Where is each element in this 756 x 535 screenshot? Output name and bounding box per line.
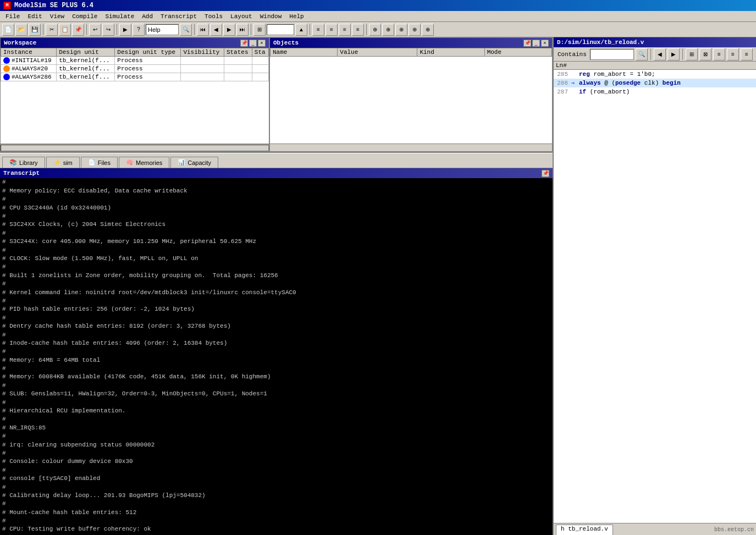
wave-btn4[interactable]: ≡	[352, 24, 364, 36]
right-panel: D:/sim/linux/tb_reload.v Contains 🔍 ◀ ▶ …	[553, 37, 756, 535]
menu-item-file[interactable]: File	[2, 13, 23, 20]
workspace-header-btns: 📌 _ ×	[240, 40, 266, 47]
objects-pin-btn[interactable]: 📌	[523, 40, 531, 47]
transcript-pin-btn[interactable]: 📌	[542, 170, 549, 177]
menu-item-simulate[interactable]: Simulate	[102, 13, 137, 20]
help-btn[interactable]: ?	[133, 24, 145, 36]
save-btn[interactable]: 💾	[29, 24, 41, 36]
objects-header: Objects 📌 _ ×	[270, 38, 552, 48]
misc-btn4[interactable]: ⊕	[409, 24, 421, 36]
menu-item-compile[interactable]: Compile	[69, 13, 101, 20]
ws-cell-sta	[252, 57, 268, 65]
source-search-btn[interactable]: 🔍	[636, 48, 648, 60]
step-back-btn[interactable]: ◀	[210, 24, 222, 36]
source-search-input[interactable]	[590, 49, 634, 60]
source-sep2	[682, 49, 683, 60]
menu-item-window[interactable]: Window	[257, 13, 285, 20]
time-input[interactable]: 10 us	[267, 24, 294, 35]
workspace-close-btn[interactable]: ×	[258, 40, 266, 47]
objects-close-btn[interactable]: ×	[541, 40, 549, 47]
tab-library[interactable]: 📚 Library	[2, 157, 45, 168]
ws-cell-visibility	[181, 73, 224, 81]
workspace-min-btn[interactable]: _	[249, 40, 257, 47]
time-up-btn[interactable]: ▲	[295, 24, 307, 36]
menu-item-help[interactable]: Help	[286, 13, 307, 20]
workspace-content: Instance Design unit Design unit type Vi…	[1, 48, 269, 144]
source-misc4[interactable]: ≡	[727, 48, 739, 60]
source-misc1[interactable]: ⊞	[686, 48, 698, 60]
misc-btn3[interactable]: ⊕	[395, 24, 407, 36]
tab-capacity[interactable]: 📊 Capacity	[170, 157, 218, 168]
tab-capacity-label: Capacity	[187, 159, 211, 166]
help-input[interactable]	[146, 24, 179, 35]
misc-btn2[interactable]: ⊕	[382, 24, 394, 36]
source-misc5[interactable]: ≡	[741, 48, 753, 60]
transcript-content[interactable]: VSIM 8> run 8000 ms # load Image of Linu…	[0, 178, 553, 535]
objects-scroll[interactable]: Name Value Kind Mode	[270, 48, 552, 144]
wave-btn3[interactable]: ≡	[339, 24, 351, 36]
restart-btn[interactable]: ⏮	[197, 24, 209, 36]
menu-bar: FileEditViewCompileSimulateAddTranscript…	[0, 11, 756, 22]
paste-btn[interactable]: 📌	[72, 24, 84, 36]
source-misc3[interactable]: ≡	[713, 48, 725, 60]
app-title: ModelSim SE PLUS 6.4	[14, 2, 93, 9]
tab-memories[interactable]: 🧠 Memories	[119, 157, 169, 168]
table-row[interactable]: #INITIAL#19 tb_kernel(f... Process	[1, 57, 269, 65]
wave-btn1[interactable]: ≡	[312, 24, 324, 36]
tab-files-icon: 📄	[88, 159, 96, 166]
redo-btn[interactable]: ↪	[102, 24, 114, 36]
objects-panel: Objects 📌 _ × Name Value	[269, 37, 553, 152]
tab-sim[interactable]: ⚡ sim	[46, 157, 80, 168]
menu-item-layout[interactable]: Layout	[227, 13, 256, 20]
tab-files[interactable]: 📄 Files	[81, 157, 118, 168]
menu-item-add[interactable]: Add	[139, 13, 156, 20]
table-row[interactable]: #ALWAYS#286 tb_kernel(f... Process	[1, 73, 269, 81]
table-row[interactable]: #ALWAYS#20 tb_kernel(f... Process	[1, 65, 269, 73]
objects-table: Name Value Kind Mode	[270, 48, 552, 57]
ws-cell-unit: tb_kernel(f...	[57, 73, 115, 81]
line-number: 286	[555, 80, 571, 86]
objects-min-btn[interactable]: _	[532, 40, 540, 47]
obj-col-kind: Kind	[417, 48, 484, 57]
sim-btn[interactable]: ▶	[119, 24, 131, 36]
tab-library-label: Library	[19, 159, 38, 166]
new-btn[interactable]: 📄	[2, 24, 14, 36]
sep1	[43, 24, 43, 35]
wave-btn2[interactable]: ≡	[325, 24, 338, 36]
search-btn[interactable]: 🔍	[180, 24, 192, 36]
menu-item-view[interactable]: View	[47, 13, 68, 20]
ws-cell-unit: tb_kernel(f...	[57, 65, 115, 73]
tab-memories-icon: 🧠	[126, 159, 134, 166]
workspace-hscroll[interactable]	[1, 144, 269, 151]
menu-item-edit[interactable]: Edit	[24, 13, 45, 20]
source-prev-btn[interactable]: ◀	[654, 48, 666, 60]
source-next-btn[interactable]: ▶	[667, 48, 680, 60]
line-number: 285	[555, 71, 571, 78]
tab-files-label: Files	[98, 159, 111, 166]
objects-hscroll[interactable]	[270, 144, 552, 151]
col-design-unit: Design unit	[57, 48, 115, 57]
line-code: reg rom_abort = 1'b0;	[579, 71, 755, 78]
source-header: D:/sim/linux/tb_reload.v	[554, 37, 756, 47]
misc-btn5[interactable]: ⊕	[422, 24, 434, 36]
cut-btn[interactable]: ✂	[46, 24, 58, 36]
source-misc2[interactable]: ⊠	[699, 48, 711, 60]
sep2	[86, 24, 87, 35]
open-btn[interactable]: 📂	[15, 24, 27, 36]
workspace-pin-btn[interactable]: 📌	[240, 40, 248, 47]
source-toolbar: Contains 🔍 ◀ ▶ ⊞ ⊠ ≡ ≡ ≡	[554, 47, 756, 62]
objects-title: Objects	[273, 40, 299, 46]
menu-item-transcript[interactable]: Transcript	[157, 13, 200, 20]
step-fwd-btn[interactable]: ▶	[223, 24, 235, 36]
zoom-fit-btn[interactable]: ⊞	[253, 24, 266, 36]
run-all-btn[interactable]: ⏭	[236, 24, 249, 36]
source-path: D:/sim/linux/tb_reload.v	[557, 39, 644, 46]
copy-btn[interactable]: 📋	[59, 24, 71, 36]
menu-item-tools[interactable]: Tools	[201, 13, 226, 20]
ws-cell-unit: tb_kernel(f...	[57, 57, 115, 65]
source-tab-reload[interactable]: h tb_reload.v	[556, 525, 613, 535]
line-code: if (rom_abort)	[579, 89, 755, 95]
workspace-scroll[interactable]: Instance Design unit Design unit type Vi…	[1, 48, 269, 144]
misc-btn1[interactable]: ⊕	[369, 24, 381, 36]
undo-btn[interactable]: ↩	[89, 24, 101, 36]
